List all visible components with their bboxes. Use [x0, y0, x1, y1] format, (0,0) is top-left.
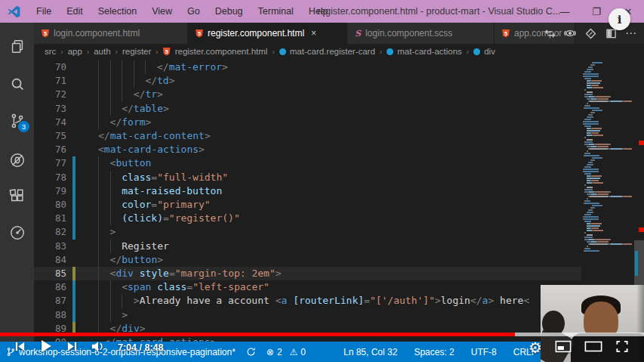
minimap-line — [587, 175, 602, 177]
player-settings-gear-icon[interactable]: ⚙ — [528, 339, 542, 357]
theater-mode-icon[interactable] — [584, 341, 602, 355]
minimap-line — [584, 137, 586, 138]
indent-guide — [98, 253, 99, 267]
menu-selection[interactable]: Selection — [91, 0, 144, 23]
menu-debug[interactable]: Debug — [208, 0, 251, 23]
tab-register.component.html[interactable]: 5register.component.html× — [188, 23, 347, 44]
warning-count: 0 — [300, 347, 306, 357]
line-number: 78 — [34, 171, 66, 184]
activity-bar: 3 ⚙ — [0, 23, 34, 362]
menu-go[interactable]: Go — [180, 0, 208, 23]
problems-status[interactable]: ⊗ 2 ⚠ 0 — [267, 347, 306, 357]
open-preview-icon[interactable] — [563, 26, 577, 40]
volume-icon[interactable] — [91, 340, 106, 356]
tab-login.component.html[interactable]: 5login.component.html — [34, 23, 188, 44]
git-gutter-marker — [72, 280, 75, 294]
code-line-76: 76<mat-card-actions> — [34, 143, 581, 156]
breadcrumb-item[interactable]: mat-card.register-card — [279, 47, 375, 56]
minimap-line — [588, 243, 632, 245]
breadcrumb-item[interactable]: 5register.component.html — [163, 47, 268, 56]
html-icon: 5 — [163, 48, 171, 56]
play-icon[interactable] — [39, 339, 54, 357]
indent-guide — [98, 294, 99, 308]
menu-file[interactable]: File — [29, 0, 59, 23]
status-item[interactable]: UTF-8 — [471, 347, 497, 357]
git-gutter-marker — [72, 308, 75, 322]
debug-icon[interactable] — [0, 145, 34, 175]
minimap-line — [587, 80, 602, 82]
error-ruler-mark — [639, 227, 644, 232]
restore-button[interactable]: ❐ — [581, 0, 612, 23]
git-gutter-marker — [72, 267, 75, 280]
line-number: 75 — [34, 129, 66, 143]
video-progress-bar[interactable] — [0, 333, 644, 336]
code-line-71: 71</td> — [34, 74, 581, 88]
tab-login.component.scss[interactable]: Slogin.component.scss — [347, 23, 495, 44]
minimap-line — [588, 162, 593, 163]
minimap-line — [584, 105, 590, 107]
gauge-icon[interactable] — [0, 218, 34, 248]
previous-icon[interactable] — [14, 340, 26, 356]
minimap-line — [584, 125, 590, 127]
minimap-line — [587, 103, 588, 104]
minimap-line — [587, 116, 593, 118]
status-item[interactable]: Ln 85, Col 32 — [344, 347, 397, 357]
search-icon[interactable] — [0, 70, 34, 100]
breadcrumb-item[interactable]: register — [122, 47, 151, 56]
minimap-line — [587, 225, 600, 227]
minimap-line — [584, 221, 590, 222]
fullscreen-icon[interactable] — [615, 340, 629, 356]
line-number: 85 — [34, 267, 66, 280]
tab-label: login.component.scss — [365, 28, 452, 39]
line-number: 82 — [34, 225, 66, 239]
minimap-line — [587, 234, 593, 236]
minimap-line — [583, 121, 599, 122]
minimap-line — [584, 248, 590, 249]
minimap-line — [587, 227, 599, 229]
breadcrumb-item[interactable]: src — [45, 47, 56, 56]
minimap-line — [587, 91, 593, 93]
video-player-frame: FileEditSelectionViewGoDebugTerminalHelp… — [0, 0, 644, 362]
breadcrumb-item[interactable]: div — [473, 47, 495, 56]
sync-status[interactable] — [246, 347, 256, 357]
breadcrumb-separator: › — [87, 48, 89, 56]
git-gutter-marker — [72, 171, 75, 184]
tab-close-icon[interactable]: × — [311, 28, 316, 39]
minimap-line — [588, 67, 593, 68]
breadcrumb-item[interactable]: auth — [94, 47, 110, 56]
line-number: 74 — [34, 116, 66, 129]
minimap-line — [590, 64, 595, 66]
code-line-70: 70</mat-error> — [34, 60, 581, 74]
html-icon: 5 — [42, 29, 49, 38]
indent-guide — [110, 294, 111, 308]
minimap-line — [587, 241, 609, 243]
status-item[interactable]: Spaces: 2 — [414, 347, 454, 357]
indent-guide — [134, 74, 134, 88]
breadcrumb-separator: › — [60, 48, 63, 56]
tab-label: login.component.html — [54, 28, 140, 39]
source-control-icon[interactable]: 3 — [0, 106, 34, 136]
menu-terminal[interactable]: Terminal — [251, 0, 301, 23]
minimap-line — [584, 96, 610, 97]
minimap-line — [584, 94, 592, 95]
time-display: 7:04 / 8:48 — [118, 342, 163, 353]
menu-view[interactable]: View — [144, 0, 180, 23]
menu-edit[interactable]: Edit — [59, 0, 91, 23]
code-line-72: 72</tr> — [34, 88, 581, 101]
breadcrumb-item[interactable]: app — [68, 47, 82, 56]
indent-guide — [134, 60, 134, 74]
next-icon[interactable] — [66, 340, 79, 356]
sync-changes-icon[interactable] — [543, 26, 556, 40]
line-number: 84 — [34, 253, 66, 267]
format-icon[interactable] — [584, 26, 597, 40]
line-number: 70 — [34, 60, 66, 74]
breadcrumb-item[interactable]: mat-card-actions — [387, 47, 462, 56]
explorer-icon[interactable] — [0, 32, 34, 62]
video-info-button[interactable]: i — [609, 8, 630, 30]
extensions-icon[interactable] — [0, 181, 34, 212]
more-actions-icon[interactable]: ⋯ — [624, 26, 638, 40]
miniplayer-icon[interactable] — [555, 340, 572, 356]
minimize-button[interactable]: — — [549, 0, 581, 23]
minimap-line — [584, 189, 592, 190]
minimap-line — [587, 164, 593, 166]
